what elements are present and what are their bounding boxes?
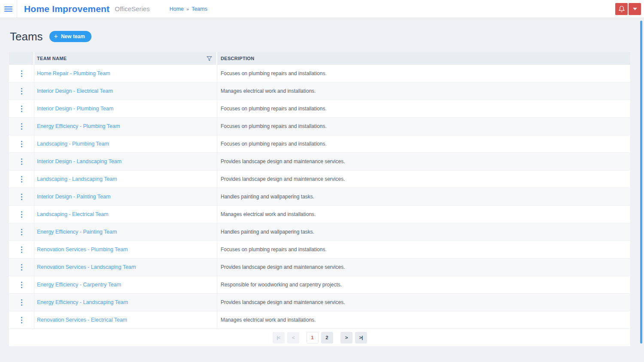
table-body: Home Repair - Plumbing Team Focuses on p…: [9, 65, 630, 329]
plus-icon: +: [54, 33, 58, 40]
pagination: |< < 12 > >|: [9, 329, 630, 346]
row-menu-icon[interactable]: [19, 69, 24, 79]
team-name-link[interactable]: Landscaping - Plumbing Team: [37, 141, 109, 147]
row-name-cell: Renovation Services - Electrical Team: [34, 311, 217, 329]
notifications-button[interactable]: [615, 3, 628, 15]
team-name-link[interactable]: Energy Efficiency - Landscaping Team: [37, 299, 128, 305]
team-name-link[interactable]: Energy Efficiency - Plumbing Team: [37, 123, 120, 129]
team-name-column-label: TEAM NAME: [37, 56, 67, 61]
team-description: Focuses on plumbing repairs and installa…: [217, 135, 630, 152]
breadcrumb-home-link[interactable]: Home: [170, 6, 184, 12]
row-actions-cell: [9, 100, 34, 117]
row-actions-cell: [9, 188, 34, 205]
row-name-cell: Landscaping - Landscaping Team: [34, 170, 217, 188]
filter-icon[interactable]: [207, 56, 212, 61]
app-subtitle: OfficeSeries: [115, 5, 149, 12]
pagination-first-button[interactable]: |<: [273, 332, 285, 344]
team-name-link[interactable]: Landscaping - Landscaping Team: [37, 176, 117, 182]
team-description: Manages electrical work and installation…: [217, 82, 630, 100]
table-row: Interior Design - Landscaping Team Provi…: [9, 153, 630, 170]
breadcrumb-current-link[interactable]: Teams: [191, 6, 207, 12]
table-row: Interior Design - Painting Team Handles …: [9, 188, 630, 206]
row-actions-cell: [9, 206, 34, 223]
row-name-cell: Energy Efficiency - Plumbing Team: [34, 118, 217, 135]
table-row: Home Repair - Plumbing Team Focuses on p…: [9, 65, 630, 82]
team-description: Handles painting and wallpapering tasks.: [217, 188, 630, 205]
main-content: Teams + New team TEAM NAME DESCRIPTION: [0, 30, 644, 346]
row-menu-icon[interactable]: [19, 174, 24, 184]
team-name-link[interactable]: Landscaping - Electrical Team: [37, 211, 109, 217]
row-menu-icon[interactable]: [19, 192, 24, 202]
row-actions-cell: [9, 311, 34, 329]
team-name-link[interactable]: Interior Design - Landscaping Team: [37, 158, 122, 164]
row-name-cell: Landscaping - Plumbing Team: [34, 135, 217, 152]
row-actions-cell: [9, 170, 34, 188]
row-name-cell: Interior Design - Painting Team: [34, 188, 217, 205]
new-team-button[interactable]: + New team: [49, 31, 91, 42]
row-name-cell: Interior Design - Electrical Team: [34, 82, 217, 100]
table-row: Interior Design - Electrical Team Manage…: [9, 82, 630, 100]
table-row: Landscaping - Landscaping Team Provides …: [9, 170, 630, 188]
team-name-link[interactable]: Renovation Services - Plumbing Team: [37, 246, 128, 252]
team-name-link[interactable]: Home Repair - Plumbing Team: [37, 70, 110, 76]
table-row: Energy Efficiency - Landscaping Team Pro…: [9, 294, 630, 311]
team-name-link[interactable]: Interior Design - Electrical Team: [37, 88, 113, 94]
team-name-link[interactable]: Interior Design - Plumbing Team: [37, 106, 113, 112]
table-row: Landscaping - Electrical Team Manages el…: [9, 206, 630, 223]
breadcrumb: Home » Teams: [170, 6, 207, 12]
row-menu-icon[interactable]: [19, 210, 24, 219]
bell-icon: [618, 6, 625, 12]
row-menu-icon[interactable]: [19, 227, 24, 237]
page-head: Teams + New team: [10, 30, 630, 43]
row-menu-icon[interactable]: [19, 139, 24, 149]
row-menu-icon[interactable]: [19, 122, 24, 131]
topbar-divider: [17, 0, 17, 18]
row-menu-icon[interactable]: [19, 86, 24, 96]
row-name-cell: Landscaping - Electrical Team: [34, 206, 217, 223]
table-row: Interior Design - Plumbing Team Focuses …: [9, 100, 630, 118]
row-actions-cell: [9, 118, 34, 135]
row-menu-icon[interactable]: [19, 315, 24, 325]
teams-table: TEAM NAME DESCRIPTION Home Repair - Plum…: [9, 52, 630, 346]
row-menu-icon[interactable]: [19, 245, 24, 255]
pagination-next-button[interactable]: >: [340, 332, 352, 344]
row-menu-icon[interactable]: [19, 262, 24, 272]
row-name-cell: Home Repair - Plumbing Team: [34, 65, 217, 82]
pagination-page-button-2[interactable]: 2: [321, 332, 333, 344]
row-menu-icon[interactable]: [19, 104, 24, 114]
row-actions-cell: [9, 82, 34, 100]
row-menu-icon[interactable]: [19, 280, 24, 290]
row-name-cell: Renovation Services - Landscaping Team: [34, 259, 217, 276]
pagination-prev-button[interactable]: <: [287, 332, 299, 344]
team-name-link[interactable]: Renovation Services - Landscaping Team: [37, 264, 136, 270]
description-column-label: DESCRIPTION: [221, 56, 254, 61]
row-actions-cell: [9, 276, 34, 293]
table-header-row: TEAM NAME DESCRIPTION: [9, 52, 630, 65]
row-name-cell: Energy Efficiency - Painting Team: [34, 223, 217, 240]
top-bar: Home Improvement OfficeSeries Home » Tea…: [0, 0, 644, 18]
table-row: Energy Efficiency - Painting Team Handle…: [9, 223, 630, 241]
team-description: Manages electrical work and installation…: [217, 311, 630, 329]
table-row: Energy Efficiency - Plumbing Team Focuse…: [9, 118, 630, 135]
account-dropdown-button[interactable]: [629, 3, 641, 15]
team-description: Focuses on plumbing repairs and installa…: [217, 100, 630, 117]
caret-down-icon: [633, 8, 637, 10]
table-row: Renovation Services - Electrical Team Ma…: [9, 311, 630, 329]
team-name-link[interactable]: Interior Design - Painting Team: [37, 194, 110, 200]
team-name-link[interactable]: Energy Efficiency - Painting Team: [37, 229, 117, 235]
team-description: Provides landscape design and maintenanc…: [217, 294, 630, 311]
page-scrollbar[interactable]: [640, 21, 642, 344]
team-name-column-header: TEAM NAME: [34, 52, 217, 65]
pagination-page-button-1[interactable]: 1: [307, 332, 319, 344]
row-menu-icon[interactable]: [19, 157, 24, 167]
page-title: Teams: [10, 30, 43, 43]
hamburger-menu-icon[interactable]: [0, 0, 17, 18]
team-description: Focuses on plumbing repairs and installa…: [217, 118, 630, 135]
row-menu-icon[interactable]: [19, 298, 24, 307]
team-name-link[interactable]: Energy Efficiency - Carpentry Team: [37, 282, 121, 288]
row-actions-cell: [9, 135, 34, 152]
row-actions-cell: [9, 65, 34, 82]
team-name-link[interactable]: Renovation Services - Electrical Team: [37, 317, 127, 323]
row-actions-cell: [9, 259, 34, 276]
pagination-last-button[interactable]: >|: [355, 332, 367, 344]
